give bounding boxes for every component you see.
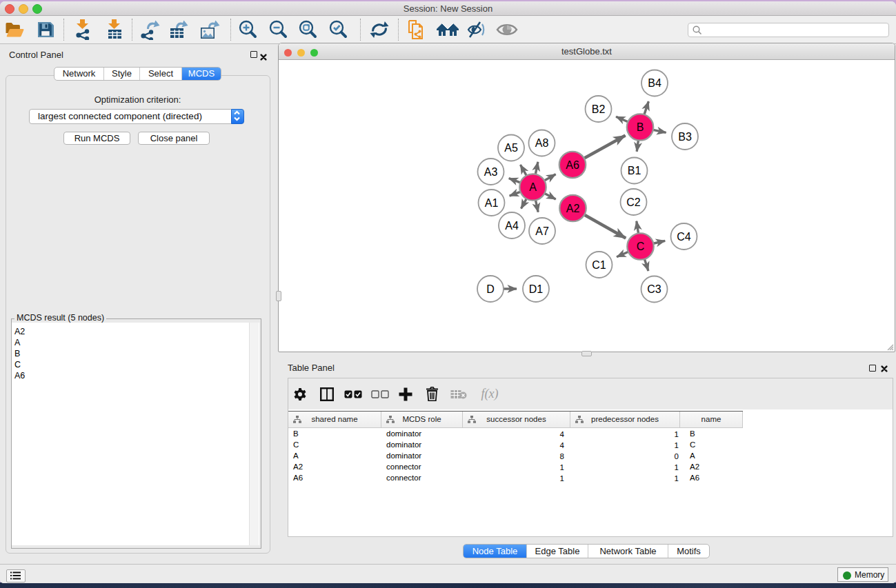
svg-text:A7: A7 [535, 225, 549, 237]
svg-text:C1: C1 [592, 259, 606, 271]
svg-text:C4: C4 [677, 231, 691, 243]
svg-text:C2: C2 [626, 196, 641, 208]
svg-text:A: A [529, 181, 537, 193]
svg-text:D1: D1 [529, 283, 544, 295]
svg-text:A3: A3 [484, 166, 498, 178]
svg-text:A6: A6 [566, 159, 579, 171]
svg-text:B1: B1 [628, 165, 641, 176]
svg-text:D: D [486, 283, 495, 295]
svg-text:C: C [637, 241, 645, 252]
svg-text:A4: A4 [505, 220, 519, 232]
svg-text:A8: A8 [535, 137, 549, 149]
svg-text:A2: A2 [566, 203, 580, 214]
svg-text:B3: B3 [678, 131, 692, 143]
svg-text:B: B [637, 121, 644, 133]
svg-text:A1: A1 [485, 197, 499, 209]
svg-text:B4: B4 [648, 77, 661, 89]
svg-text:B2: B2 [592, 103, 606, 115]
svg-text:A5: A5 [504, 142, 518, 154]
svg-text:C3: C3 [647, 283, 661, 295]
